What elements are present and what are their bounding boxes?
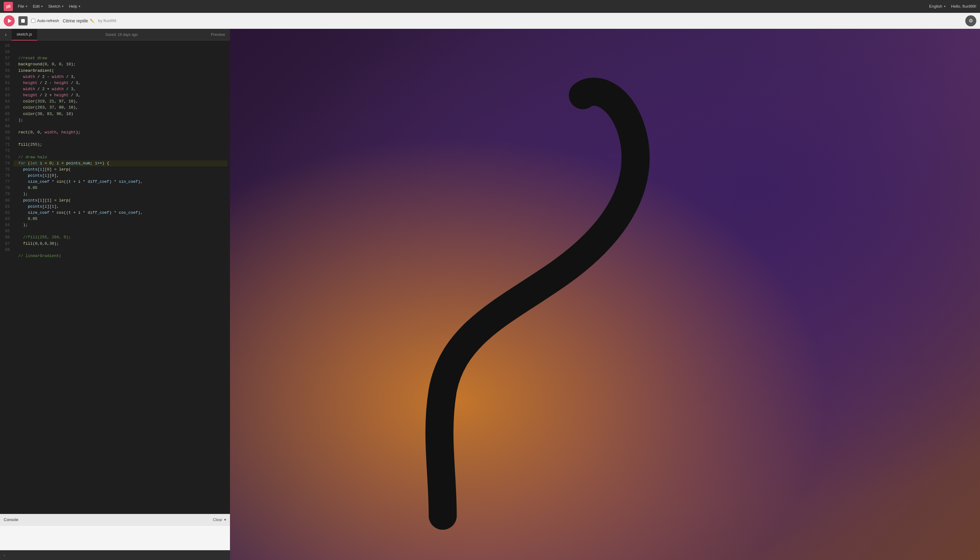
line-num-79: 79 [0,191,12,197]
line-num-72: 72 [0,148,12,154]
stop-icon [21,19,25,23]
line-num-68: 68 [0,123,12,129]
preview-canvas [230,29,980,560]
user-greeting: Hello, flux999! [951,4,976,8]
main-area: › sketch.js Saved: 18 days ago Preview 5… [0,29,980,560]
stop-button[interactable] [18,16,28,25]
help-menu[interactable]: Help ▼ [69,4,81,8]
author-label: by flux999 [98,18,116,23]
code-content: //reset draw background(0, 0, 0, 10); li… [12,40,230,514]
line-num-82: 82 [0,210,12,216]
code-line-76: size_coef * sin((t + i * diff_coef) * si… [13,179,143,184]
edit-title-icon[interactable]: ✏️ [90,19,95,23]
p5-logo: p5 [4,2,13,11]
line-num-58: 58 [0,61,12,67]
sidebar-toggle[interactable]: › [0,29,12,40]
line-num-86: 86 [0,234,12,240]
console-body [0,526,230,550]
sketch-menu-arrow: ▼ [62,5,64,8]
preview-label: Preview [206,32,230,37]
line-num-64: 64 [0,98,12,105]
line-num-67: 67 [0,117,12,123]
line-num-57: 57 [0,55,12,61]
line-num-65: 65 [0,105,12,111]
code-line-68: rect(0, 0, width, height); [13,130,81,135]
code-line-62: height / 2 + height / 3, [13,93,81,98]
line-num-83: 83 [0,216,12,222]
line-num-66: 66 [0,111,12,117]
line-num-81: 81 [0,203,12,210]
code-line-66: ); [13,118,23,122]
preview-panel [230,29,980,560]
line-num-55: 55 [0,43,12,49]
toolbar: Auto-refresh Citrine reptile ✏️ by flux9… [0,13,980,29]
expand-console-icon[interactable]: › [4,553,5,558]
saved-status: Saved: 18 days ago [37,33,206,37]
language-selector[interactable]: English ▼ [929,4,946,8]
code-line-57: background(0, 0, 0, 10); [13,62,76,67]
code-line-58: linearGradient( [13,68,54,73]
code-line-77: 0.05 [13,185,37,190]
code-line-60: height / 2 - height / 3, [13,81,81,85]
gear-icon: ⚙ [968,18,973,23]
line-num-60: 60 [0,74,12,80]
console-label: Console [4,517,18,522]
line-num-69: 69 [0,129,12,135]
file-menu[interactable]: File ▼ [18,4,28,8]
line-num-62: 62 [0,86,12,92]
code-line-81: size_coef * cos((t + i * diff_coef) * co… [13,210,143,215]
code-line-82: 0.05 [13,217,37,221]
lang-arrow: ▼ [943,5,946,8]
code-line-65: color(30, 83, 96, 10) [13,112,73,116]
line-num-85: 85 [0,228,12,234]
code-line-64: color(263, 37, 80, 10), [13,105,78,110]
line-num-71: 71 [0,142,12,148]
chevron-down-icon: ▾ [224,517,226,522]
sketch-curve-svg [230,29,980,560]
code-line-83: ); [13,223,28,227]
clear-button[interactable]: Clear ▾ [213,517,226,522]
auto-refresh-label: Auto-refresh [37,18,59,23]
code-line-80: points[i][1], [13,204,59,209]
line-num-61: 61 [0,80,12,86]
code-line-86: fill(0,0,0,30); [13,242,59,246]
code-line-61: width / 2 + width / 3, [13,87,76,92]
code-line-85: //fill(255, 204, 0); [13,235,71,240]
auto-refresh-toggle[interactable]: Auto-refresh [31,18,59,23]
auto-refresh-checkbox[interactable] [31,19,35,23]
code-line-78: ); [13,192,28,196]
line-numbers: 55 56 57 58 59 60 61 62 63 64 65 66 67 6… [0,40,12,514]
file-menu-arrow: ▼ [25,5,28,8]
line-num-59: 59 [0,68,12,74]
play-button[interactable] [4,15,15,27]
line-num-84: 84 [0,222,12,228]
line-num-74: 74 [0,160,12,167]
editor-panel: › sketch.js Saved: 18 days ago Preview 5… [0,29,230,560]
code-line-73: for (let i = 0; i < points_num; i++) { [13,160,228,167]
line-num-87: 87 [0,241,12,247]
help-menu-arrow: ▼ [78,5,81,8]
code-editor[interactable]: 55 56 57 58 59 60 61 62 63 64 65 66 67 6… [0,40,230,514]
settings-button[interactable]: ⚙ [965,15,976,27]
line-num-73: 73 [0,154,12,160]
code-line-75: points[i][0], [13,173,59,178]
line-num-88: 88 [0,247,12,253]
code-line-59: width / 2 - width / 3, [13,75,76,79]
file-tabs: › sketch.js Saved: 18 days ago Preview [0,29,230,40]
line-num-80: 80 [0,198,12,203]
line-num-77: 77 [0,179,12,185]
bottom-bar: › [0,550,230,560]
console-header: Console Clear ▾ [0,514,230,526]
console-panel: Console Clear ▾ [0,514,230,550]
sketch-js-tab[interactable]: sketch.js [12,29,37,40]
code-line-70: fill(255); [13,142,42,147]
code-line-56: //reset draw [13,56,47,60]
line-num-78: 78 [0,185,12,191]
code-line-88: // linearGradient( [13,253,62,258]
sketch-title: Citrine reptile ✏️ [63,18,95,23]
sketch-menu[interactable]: Sketch ▼ [48,4,64,8]
edit-menu-arrow: ▼ [40,5,43,8]
code-line-63: color(319, 21, 97, 10), [13,99,78,104]
edit-menu[interactable]: Edit ▼ [33,4,43,8]
line-num-70: 70 [0,135,12,142]
